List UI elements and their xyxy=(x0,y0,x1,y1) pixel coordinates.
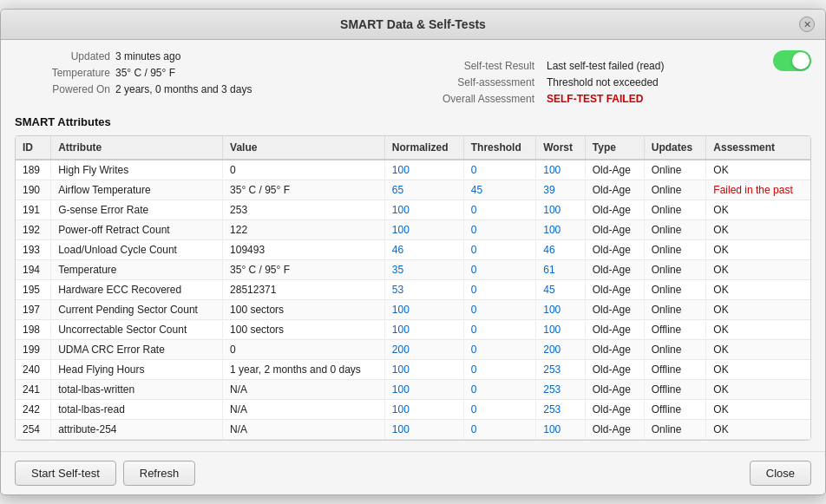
cell-value: N/A xyxy=(223,420,385,440)
cell-id: 242 xyxy=(16,400,51,420)
cell-assessment: OK xyxy=(706,220,810,240)
overall-assessment-row: Overall Assessment SELF-TEST FAILED xyxy=(439,93,643,105)
col-id: ID xyxy=(16,136,51,160)
cell-threshold: 45 xyxy=(463,180,536,200)
start-selftest-button[interactable]: Start Self-test xyxy=(15,461,116,486)
refresh-button[interactable]: Refresh xyxy=(123,461,196,486)
smart-attributes-table-container[interactable]: ID Attribute Value Normalized Threshold … xyxy=(15,135,811,441)
cell-worst: 253 xyxy=(536,360,586,380)
cell-threshold: 0 xyxy=(463,220,536,240)
cell-type: Old-Age xyxy=(585,240,644,260)
cell-assessment: OK xyxy=(706,160,810,180)
cell-attribute: Airflow Temperature xyxy=(51,180,223,200)
cell-attribute: total-lbas-written xyxy=(51,380,223,400)
cell-updates: Offline xyxy=(644,320,706,340)
cell-worst: 100 xyxy=(536,160,586,180)
cell-attribute: Load/Unload Cycle Count xyxy=(51,240,223,260)
cell-worst: 200 xyxy=(536,340,586,360)
cell-threshold: 0 xyxy=(463,380,536,400)
cell-normalized: 53 xyxy=(384,280,463,300)
cell-updates: Online xyxy=(644,180,706,200)
cell-normalized: 100 xyxy=(384,380,463,400)
cell-attribute: Current Pending Sector Count xyxy=(51,300,223,320)
cell-id: 193 xyxy=(16,240,51,260)
updated-value: 3 minutes ago xyxy=(115,50,180,62)
powered-on-label: Powered On xyxy=(15,83,110,95)
powered-on-value: 2 years, 0 months and 3 days xyxy=(115,83,252,95)
cell-worst: 61 xyxy=(536,260,586,280)
cell-threshold: 0 xyxy=(463,280,536,300)
cell-id: 190 xyxy=(16,180,51,200)
close-button[interactable]: Close xyxy=(750,461,811,486)
cell-id: 198 xyxy=(16,320,51,340)
cell-attribute: UDMA CRC Error Rate xyxy=(51,340,223,360)
cell-assessment: OK xyxy=(706,320,810,340)
cell-worst: 100 xyxy=(536,320,586,340)
smart-attributes-title: SMART Attributes xyxy=(15,115,811,128)
table-row: 240Head Flying Hours1 year, 2 months and… xyxy=(16,360,810,380)
col-attribute: Attribute xyxy=(51,136,223,160)
cell-normalized: 100 xyxy=(384,360,463,380)
col-updates: Updates xyxy=(644,136,706,160)
cell-attribute: Hardware ECC Recovered xyxy=(51,280,223,300)
cell-value: 122 xyxy=(223,220,385,240)
table-row: 191G-sense Error Rate2531000100Old-AgeOn… xyxy=(16,200,810,220)
cell-normalized: 65 xyxy=(384,180,463,200)
cell-type: Old-Age xyxy=(585,320,644,340)
table-row: 198Uncorrectable Sector Count100 sectors… xyxy=(16,320,810,340)
cell-assessment: OK xyxy=(706,360,810,380)
cell-updates: Online xyxy=(644,240,706,260)
cell-id: 197 xyxy=(16,300,51,320)
close-x-icon: ✕ xyxy=(803,19,811,30)
cell-assessment: OK xyxy=(706,200,810,220)
cell-worst: 46 xyxy=(536,240,586,260)
footer: Start Self-test Refresh Close xyxy=(1,451,825,494)
toggle-switch[interactable] xyxy=(773,50,811,71)
smart-dialog: SMART Data & Self-Tests ✕ Updated 3 minu… xyxy=(0,9,826,495)
cell-assessment: OK xyxy=(706,260,810,280)
right-info: Self-test Result Last self-test failed (… xyxy=(413,50,811,105)
cell-type: Old-Age xyxy=(585,380,644,400)
cell-threshold: 0 xyxy=(463,320,536,340)
cell-updates: Online xyxy=(644,200,706,220)
cell-assessment: OK xyxy=(706,280,810,300)
cell-normalized: 100 xyxy=(384,200,463,220)
cell-updates: Offline xyxy=(644,380,706,400)
cell-value: 35° C / 95° F xyxy=(223,260,385,280)
overall-assessment-value: SELF-TEST FAILED xyxy=(540,93,643,105)
cell-worst: 100 xyxy=(536,220,586,240)
cell-attribute: attribute-254 xyxy=(51,420,223,440)
cell-worst: 39 xyxy=(536,180,586,200)
cell-updates: Offline xyxy=(644,360,706,380)
cell-worst: 253 xyxy=(536,400,586,420)
col-threshold: Threshold xyxy=(463,136,536,160)
cell-normalized: 200 xyxy=(384,340,463,360)
cell-worst: 100 xyxy=(536,200,586,220)
title-close-button[interactable]: ✕ xyxy=(799,16,815,32)
col-value: Value xyxy=(223,136,385,160)
cell-assessment: OK xyxy=(706,400,810,420)
table-row: 192Power-off Retract Count1221000100Old-… xyxy=(16,220,810,240)
cell-type: Old-Age xyxy=(585,260,644,280)
self-assessment-row: Self-assessment Threshold not exceeded xyxy=(439,76,659,88)
cell-type: Old-Age xyxy=(585,180,644,200)
cell-normalized: 100 xyxy=(384,320,463,340)
cell-value: 100 sectors xyxy=(223,300,385,320)
col-worst: Worst xyxy=(536,136,586,160)
self-test-result-row: Self-test Result Last self-test failed (… xyxy=(439,50,811,72)
cell-worst: 100 xyxy=(536,300,586,320)
cell-assessment: Failed in the past xyxy=(706,180,810,200)
cell-threshold: 0 xyxy=(463,260,536,280)
cell-id: 192 xyxy=(16,220,51,240)
cell-worst: 45 xyxy=(536,280,586,300)
cell-threshold: 0 xyxy=(463,160,536,180)
cell-id: 195 xyxy=(16,280,51,300)
cell-type: Old-Age xyxy=(585,400,644,420)
cell-normalized: 100 xyxy=(384,300,463,320)
cell-type: Old-Age xyxy=(585,160,644,180)
cell-threshold: 0 xyxy=(463,240,536,260)
cell-threshold: 0 xyxy=(463,200,536,220)
cell-attribute: Uncorrectable Sector Count xyxy=(51,320,223,340)
cell-updates: Online xyxy=(644,420,706,440)
self-assessment-label: Self-assessment xyxy=(439,76,534,88)
